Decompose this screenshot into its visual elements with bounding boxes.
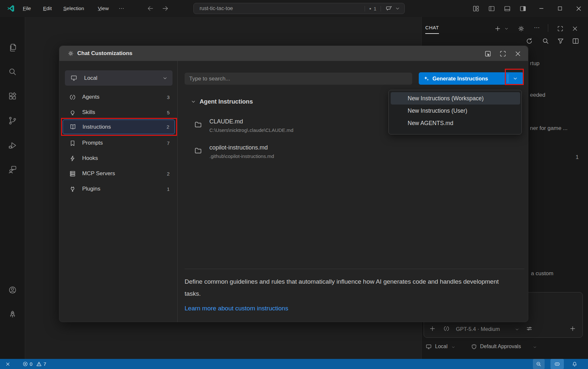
run-debug-icon[interactable] — [8, 141, 17, 150]
menu-selection-label: Selection — [63, 6, 84, 11]
dialog-maximize-icon[interactable] — [499, 50, 507, 58]
generate-dropdown-menu: New Instructions (Workspace) New Instruc… — [388, 90, 522, 135]
source-control-icon[interactable] — [8, 116, 17, 125]
dialog-close-icon[interactable] — [514, 50, 522, 58]
chat-history-peek[interactable]: eeded — [530, 92, 545, 98]
zoom-out-icon — [535, 361, 542, 367]
chat-history-peek[interactable]: ner for game ... — [530, 125, 567, 132]
account-icon[interactable] — [8, 285, 17, 295]
approvals-selector[interactable]: Default Approvals — [480, 344, 521, 349]
learn-more-link[interactable]: Learn more about custom instructions — [185, 305, 288, 312]
navigate-forward-icon[interactable] — [162, 5, 169, 12]
scope-chevron-icon — [162, 75, 168, 81]
title-bar: File Edit Selection View ··· rust-tic-ta… — [0, 0, 588, 17]
file-row-copilot-instructions[interactable]: copilot-instructions.md .github\copilot-… — [194, 144, 274, 159]
tab-chat[interactable]: CHAT — [425, 25, 439, 34]
menu-view[interactable]: View — [94, 0, 113, 17]
window-maximize-button[interactable] — [552, 0, 567, 17]
gear-icon — [68, 50, 74, 57]
chat-history-peek[interactable]: 1 — [576, 154, 579, 161]
nav-label: Hooks — [82, 155, 98, 162]
chat-settings-gear-icon[interactable] — [518, 25, 525, 32]
shield-icon[interactable] — [471, 343, 478, 350]
toggle-panel-icon[interactable] — [504, 5, 511, 12]
nav-count: 5 — [167, 110, 170, 115]
menu-item-new-instructions-workspace[interactable]: New Instructions (Workspace) — [391, 92, 520, 105]
search-chats-icon[interactable] — [542, 37, 549, 44]
search-icon[interactable] — [8, 67, 17, 77]
menu-item-label: New AGENTS.md — [408, 120, 453, 127]
attach-context-icon[interactable] — [429, 325, 436, 332]
nav-item-plugins[interactable]: Plugins 1 — [63, 182, 175, 196]
remote-indicator[interactable] — [5, 359, 11, 369]
agent-mode-icon[interactable] — [443, 325, 450, 332]
generate-button-label: Generate Instructions — [432, 76, 488, 82]
menu-edit[interactable]: Edit — [39, 0, 56, 17]
new-chat-chevron-icon[interactable] — [504, 26, 509, 31]
notifications-button[interactable] — [571, 359, 578, 369]
dialog-title: Chat Customizations — [77, 50, 132, 57]
env-monitor-icon[interactable] — [425, 343, 432, 350]
window-minimize-button[interactable] — [534, 0, 549, 17]
menu-item-label: New Instructions (User) — [408, 107, 467, 114]
file-row-claude-md[interactable]: CLAUDE.md C:\Users\nicktrog\.claude\CLAU… — [194, 118, 294, 133]
folder-icon — [194, 120, 203, 129]
env-selector[interactable]: Local — [435, 344, 447, 349]
copilot-chat-icon[interactable] — [385, 5, 393, 12]
nav-item-hooks[interactable]: Hooks — [63, 151, 175, 165]
menu-overflow[interactable]: ··· — [115, 0, 128, 17]
customizations-search-input[interactable]: Type to search... — [185, 73, 412, 85]
chat-activity-icon[interactable] — [8, 165, 17, 174]
toggle-secondary-sidebar-icon[interactable] — [519, 5, 527, 12]
problems-indicator[interactable]: 0 7 — [22, 359, 46, 369]
agents-icon — [69, 93, 76, 101]
nav-item-agents[interactable]: Agents 3 — [63, 90, 175, 104]
command-center[interactable]: rust-tic-tac-toe ● 1 — [193, 3, 405, 14]
refresh-icon[interactable] — [525, 37, 533, 44]
chat-dropdown-chevron-icon[interactable] — [395, 6, 400, 11]
customize-layout-icon[interactable] — [472, 5, 480, 12]
env-chevron-icon[interactable] — [451, 345, 456, 349]
menu-item-new-agents-md[interactable]: New AGENTS.md — [391, 117, 520, 129]
model-picker-chevron-icon[interactable] — [515, 327, 520, 332]
navigate-back-icon[interactable] — [147, 5, 154, 12]
search-placeholder: Type to search... — [189, 76, 230, 82]
nav-count: 7 — [167, 140, 170, 146]
extensions-icon[interactable] — [8, 92, 17, 101]
approvals-chevron-icon[interactable] — [533, 345, 537, 349]
section-agent-instructions[interactable]: Agent Instructions — [190, 98, 253, 105]
menu-item-label: New Instructions (Workspace) — [408, 95, 484, 102]
toggle-primary-sidebar-icon[interactable] — [488, 5, 495, 12]
send-plus-icon[interactable] — [569, 325, 576, 332]
nav-item-skills[interactable]: Skills 5 — [63, 105, 175, 120]
split-editor-icon[interactable] — [572, 37, 579, 44]
new-chat-icon[interactable] — [494, 25, 501, 32]
filter-icon[interactable] — [557, 37, 564, 44]
model-picker[interactable]: GPT-5.4 · Medium — [456, 326, 500, 332]
nav-item-prompts[interactable]: Prompts 7 — [63, 136, 175, 150]
menu-file[interactable]: File — [19, 0, 35, 17]
explorer-icon[interactable] — [8, 43, 17, 52]
window-close-button[interactable] — [571, 0, 586, 17]
warning-icon — [36, 361, 42, 367]
copilot-status-button[interactable] — [550, 359, 564, 369]
vscode-window: File Edit Selection View ··· rust-tic-ta… — [0, 0, 588, 369]
more-actions-icon[interactable]: ··· — [534, 24, 540, 31]
zoom-out-button[interactable] — [533, 359, 545, 369]
scope-selector[interactable]: Local — [65, 70, 173, 86]
nav-count: 3 — [167, 94, 170, 100]
chat-maximize-icon[interactable] — [557, 25, 564, 32]
open-in-editor-icon[interactable] — [484, 50, 492, 58]
rocket-icon[interactable] — [8, 310, 17, 319]
chat-close-icon[interactable] — [571, 25, 579, 32]
chat-history-peek[interactable]: rtup — [530, 60, 539, 67]
model-settings-sliders-icon[interactable] — [526, 325, 533, 332]
overflow-icon: ··· — [119, 5, 124, 12]
nav-item-mcp-servers[interactable]: MCP Servers 2 — [63, 166, 175, 181]
dialog-header: Chat Customizations — [59, 46, 528, 61]
sparkle-icon — [423, 76, 430, 82]
nav-count: 2 — [167, 171, 170, 177]
menu-item-new-instructions-user[interactable]: New Instructions (User) — [391, 105, 520, 117]
menu-selection[interactable]: Selection — [59, 0, 88, 17]
chat-customizations-dialog: Chat Customizations Local Agents 3 Skill… — [59, 46, 528, 322]
